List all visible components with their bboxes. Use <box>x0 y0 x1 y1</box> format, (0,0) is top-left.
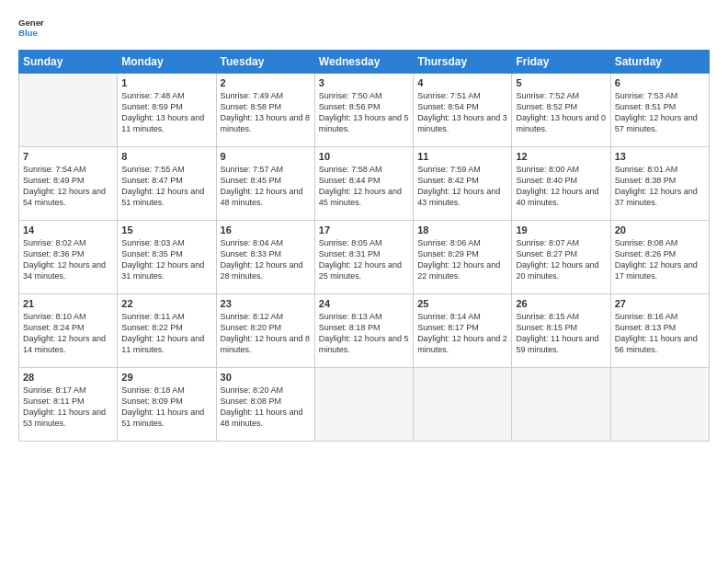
day-number: 19 <box>516 224 606 236</box>
day-cell: 17Sunrise: 8:05 AMSunset: 8:31 PMDayligh… <box>314 221 413 294</box>
day-number: 9 <box>221 151 311 162</box>
day-cell: 10Sunrise: 7:58 AMSunset: 8:44 PMDayligh… <box>314 147 413 221</box>
cell-info: Sunrise: 8:16 AMSunset: 8:13 PMDaylight:… <box>615 311 705 356</box>
day-cell: 27Sunrise: 8:16 AMSunset: 8:13 PMDayligh… <box>610 294 709 368</box>
header: General Blue <box>18 15 710 40</box>
week-row-5: 28Sunrise: 8:17 AMSunset: 8:11 PMDayligh… <box>19 368 710 442</box>
day-number: 7 <box>23 151 113 162</box>
day-cell: 7Sunrise: 7:54 AMSunset: 8:49 PMDaylight… <box>19 147 118 221</box>
cell-info: Sunrise: 8:04 AMSunset: 8:33 PMDaylight:… <box>221 237 311 282</box>
day-cell: 4Sunrise: 7:51 AMSunset: 8:54 PMDaylight… <box>414 74 512 147</box>
day-number: 4 <box>417 77 507 88</box>
day-cell: 3Sunrise: 7:50 AMSunset: 8:56 PMDaylight… <box>314 74 413 147</box>
day-cell: 20Sunrise: 8:08 AMSunset: 8:26 PMDayligh… <box>610 221 709 294</box>
day-number: 29 <box>121 372 211 383</box>
cell-info: Sunrise: 8:03 AMSunset: 8:35 PMDaylight:… <box>121 237 211 282</box>
day-number: 26 <box>516 298 606 309</box>
cell-info: Sunrise: 7:53 AMSunset: 8:51 PMDaylight:… <box>615 90 705 135</box>
day-number: 13 <box>615 151 705 162</box>
cell-info: Sunrise: 7:52 AMSunset: 8:52 PMDaylight:… <box>516 90 606 135</box>
day-cell <box>314 368 413 442</box>
day-cell <box>610 368 709 442</box>
day-number: 22 <box>121 298 211 309</box>
day-cell: 5Sunrise: 7:52 AMSunset: 8:52 PMDaylight… <box>512 74 610 147</box>
day-number: 6 <box>615 77 705 88</box>
day-number: 2 <box>221 77 311 88</box>
cell-info: Sunrise: 8:01 AMSunset: 8:38 PMDaylight:… <box>615 164 705 209</box>
day-number: 12 <box>516 151 606 162</box>
week-row-1: 1Sunrise: 7:48 AMSunset: 8:59 PMDaylight… <box>19 74 710 147</box>
day-cell <box>19 74 118 147</box>
day-number: 21 <box>23 298 113 309</box>
logo-icon: General Blue <box>18 15 44 40</box>
cell-info: Sunrise: 8:17 AMSunset: 8:11 PMDaylight:… <box>23 385 113 430</box>
header-cell-sunday: Sunday <box>19 51 118 74</box>
cell-info: Sunrise: 8:00 AMSunset: 8:40 PMDaylight:… <box>516 164 606 209</box>
calendar-header-row: SundayMondayTuesdayWednesdayThursdayFrid… <box>19 51 710 74</box>
day-number: 5 <box>516 77 606 88</box>
cell-info: Sunrise: 7:57 AMSunset: 8:45 PMDaylight:… <box>221 164 311 209</box>
day-cell <box>414 368 512 442</box>
day-number: 30 <box>221 372 311 383</box>
day-cell: 22Sunrise: 8:11 AMSunset: 8:22 PMDayligh… <box>118 294 216 368</box>
day-number: 1 <box>121 77 211 88</box>
cell-info: Sunrise: 7:59 AMSunset: 8:42 PMDaylight:… <box>417 164 507 209</box>
cell-info: Sunrise: 7:48 AMSunset: 8:59 PMDaylight:… <box>121 90 211 135</box>
day-cell: 23Sunrise: 8:12 AMSunset: 8:20 PMDayligh… <box>216 294 314 368</box>
cell-info: Sunrise: 8:10 AMSunset: 8:24 PMDaylight:… <box>23 311 113 356</box>
day-number: 10 <box>319 151 409 162</box>
header-cell-friday: Friday <box>512 51 610 74</box>
cell-info: Sunrise: 8:05 AMSunset: 8:31 PMDaylight:… <box>319 237 409 282</box>
day-number: 24 <box>319 298 409 309</box>
day-cell: 28Sunrise: 8:17 AMSunset: 8:11 PMDayligh… <box>19 368 118 442</box>
day-cell: 30Sunrise: 8:20 AMSunset: 8:08 PMDayligh… <box>216 368 314 442</box>
cell-info: Sunrise: 8:20 AMSunset: 8:08 PMDaylight:… <box>221 385 311 430</box>
day-cell: 18Sunrise: 8:06 AMSunset: 8:29 PMDayligh… <box>414 221 512 294</box>
header-cell-saturday: Saturday <box>610 51 709 74</box>
day-cell: 12Sunrise: 8:00 AMSunset: 8:40 PMDayligh… <box>512 147 610 221</box>
week-row-2: 7Sunrise: 7:54 AMSunset: 8:49 PMDaylight… <box>19 147 710 221</box>
day-number: 27 <box>615 298 705 309</box>
day-cell: 8Sunrise: 7:55 AMSunset: 8:47 PMDaylight… <box>118 147 216 221</box>
day-number: 25 <box>417 298 507 309</box>
cell-info: Sunrise: 7:49 AMSunset: 8:58 PMDaylight:… <box>221 90 311 135</box>
cell-info: Sunrise: 8:06 AMSunset: 8:29 PMDaylight:… <box>417 237 507 282</box>
day-number: 18 <box>417 224 507 236</box>
day-cell: 29Sunrise: 8:18 AMSunset: 8:09 PMDayligh… <box>118 368 216 442</box>
day-cell: 21Sunrise: 8:10 AMSunset: 8:24 PMDayligh… <box>19 294 118 368</box>
cell-info: Sunrise: 8:02 AMSunset: 8:36 PMDaylight:… <box>23 237 113 282</box>
day-number: 11 <box>417 151 507 162</box>
day-cell: 26Sunrise: 8:15 AMSunset: 8:15 PMDayligh… <box>512 294 610 368</box>
cell-info: Sunrise: 8:08 AMSunset: 8:26 PMDaylight:… <box>615 237 705 282</box>
calendar-page: General Blue SundayMondayTuesdayWednesda… <box>0 0 728 563</box>
day-number: 16 <box>221 224 311 236</box>
day-cell: 6Sunrise: 7:53 AMSunset: 8:51 PMDaylight… <box>610 74 709 147</box>
week-row-3: 14Sunrise: 8:02 AMSunset: 8:36 PMDayligh… <box>19 221 710 294</box>
day-number: 3 <box>319 77 409 88</box>
week-row-4: 21Sunrise: 8:10 AMSunset: 8:24 PMDayligh… <box>19 294 710 368</box>
day-number: 14 <box>23 224 113 236</box>
day-cell: 15Sunrise: 8:03 AMSunset: 8:35 PMDayligh… <box>118 221 216 294</box>
calendar-body: 1Sunrise: 7:48 AMSunset: 8:59 PMDaylight… <box>19 74 710 442</box>
day-number: 28 <box>23 372 113 383</box>
cell-info: Sunrise: 7:54 AMSunset: 8:49 PMDaylight:… <box>23 164 113 209</box>
cell-info: Sunrise: 8:12 AMSunset: 8:20 PMDaylight:… <box>221 311 311 356</box>
day-cell: 2Sunrise: 7:49 AMSunset: 8:58 PMDaylight… <box>216 74 314 147</box>
day-number: 20 <box>615 224 705 236</box>
header-cell-wednesday: Wednesday <box>314 51 413 74</box>
day-number: 15 <box>121 224 211 236</box>
day-cell: 14Sunrise: 8:02 AMSunset: 8:36 PMDayligh… <box>19 221 118 294</box>
day-cell: 9Sunrise: 7:57 AMSunset: 8:45 PMDaylight… <box>216 147 314 221</box>
cell-info: Sunrise: 8:11 AMSunset: 8:22 PMDaylight:… <box>121 311 211 356</box>
cell-info: Sunrise: 7:51 AMSunset: 8:54 PMDaylight:… <box>417 90 507 135</box>
header-cell-thursday: Thursday <box>414 51 512 74</box>
cell-info: Sunrise: 8:15 AMSunset: 8:15 PMDaylight:… <box>516 311 606 356</box>
day-number: 23 <box>221 298 311 309</box>
cell-info: Sunrise: 8:13 AMSunset: 8:18 PMDaylight:… <box>319 311 409 356</box>
header-cell-monday: Monday <box>118 51 216 74</box>
svg-text:Blue: Blue <box>18 28 38 38</box>
day-cell: 16Sunrise: 8:04 AMSunset: 8:33 PMDayligh… <box>216 221 314 294</box>
day-cell: 24Sunrise: 8:13 AMSunset: 8:18 PMDayligh… <box>314 294 413 368</box>
day-number: 17 <box>319 224 409 236</box>
header-cell-tuesday: Tuesday <box>216 51 314 74</box>
